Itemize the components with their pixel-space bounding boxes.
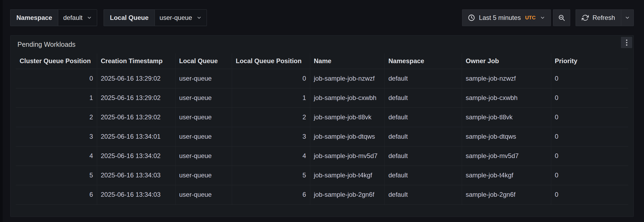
local-queue-select[interactable]: user-queue — [155, 9, 207, 26]
table-cell: user-queue — [175, 166, 232, 185]
panel-header: Pending Workloads — [10, 35, 634, 53]
chevron-down-icon — [625, 15, 630, 20]
local-queue-value: user-queue — [160, 14, 192, 22]
kebab-menu-icon — [626, 40, 627, 41]
chevron-down-icon — [87, 15, 92, 20]
pending-workloads-table: Cluster Queue PositionCreation Timestamp… — [16, 53, 628, 205]
column-header-local-queue-position[interactable]: Local Queue Position — [232, 53, 310, 69]
column-header-name[interactable]: Name — [310, 53, 385, 69]
table-cell: sample-job-cxwbh — [462, 88, 551, 108]
table-cell: default — [385, 69, 462, 88]
table-cell: user-queue — [175, 146, 232, 166]
table-cell: 0 — [551, 185, 628, 204]
sync-icon — [582, 14, 589, 21]
namespace-value: default — [63, 14, 82, 22]
window-edge — [0, 0, 3, 222]
zoom-out-button[interactable] — [553, 9, 570, 26]
table-cell: sample-job-mv5d7 — [462, 146, 551, 166]
table-cell: 5 — [16, 166, 97, 185]
table-cell: sample-job-nzwzf — [462, 69, 551, 88]
table-cell: 5 — [232, 166, 310, 185]
table-row: 32025-06-16 13:34:01user-queue3job-sampl… — [16, 127, 628, 146]
toolbar: Namespace default Local Queue user-queue… — [10, 9, 634, 26]
table-cell: job-sample-job-nzwzf — [310, 69, 385, 88]
table-cell: user-queue — [175, 88, 232, 108]
panel-menu-button[interactable] — [621, 37, 632, 48]
table-cell: 0 — [551, 108, 628, 127]
table-cell: 2025-06-16 13:34:03 — [97, 185, 175, 204]
table-row: 22025-06-16 13:29:02user-queue2job-sampl… — [16, 108, 628, 127]
table-cell: default — [385, 88, 462, 108]
table-row: 42025-06-16 13:34:02user-queue4job-sampl… — [16, 146, 628, 166]
table-cell: 2025-06-16 13:34:03 — [97, 166, 175, 185]
table-cell: user-queue — [175, 185, 232, 204]
table-cell: default — [385, 166, 462, 185]
table-cell: 2 — [16, 108, 97, 127]
table-cell: user-queue — [175, 69, 232, 88]
table-cell: default — [385, 185, 462, 204]
panel-title[interactable]: Pending Workloads — [17, 41, 75, 48]
table-cell: 2025-06-16 13:29:02 — [97, 69, 175, 88]
table-cell: 0 — [551, 127, 628, 146]
column-header-priority[interactable]: Priority — [551, 53, 628, 69]
time-range-label: Last 5 minutes — [479, 14, 521, 22]
table-cell: sample-job-tl8vk — [462, 108, 551, 127]
table-cell: 6 — [16, 185, 97, 204]
table-cell: 3 — [16, 127, 97, 146]
table-cell: 0 — [232, 69, 310, 88]
table-row: 02025-06-16 13:29:02user-queue0job-sampl… — [16, 69, 628, 88]
table-cell: user-queue — [175, 108, 232, 127]
table-cell: 2025-06-16 13:34:02 — [97, 146, 175, 166]
time-range-picker-button[interactable]: Last 5 minutes UTC — [462, 9, 551, 26]
table-cell: 0 — [551, 146, 628, 166]
namespace-select[interactable]: default — [58, 9, 97, 26]
table-row: 62025-06-16 13:34:03user-queue6job-sampl… — [16, 185, 628, 204]
table-cell: 2025-06-16 13:29:02 — [97, 108, 175, 127]
table-cell: 0 — [551, 166, 628, 185]
panel-pending-workloads: Pending Workloads Cluster Queue Position… — [10, 35, 634, 217]
timezone-label: UTC — [525, 15, 536, 21]
table-cell: sample-job-t4kgf — [462, 166, 551, 185]
refresh-control: Refresh — [576, 9, 634, 26]
table-cell: 2 — [232, 108, 310, 127]
table-cell: sample-job-2gn6f — [462, 185, 551, 204]
table-cell: 3 — [232, 127, 310, 146]
table-cell: 0 — [16, 69, 97, 88]
table-cell: 0 — [551, 88, 628, 108]
local-queue-label: Local Queue — [104, 9, 154, 26]
column-header-namespace[interactable]: Namespace — [385, 53, 462, 69]
table-cell: job-sample-job-2gn6f — [310, 185, 385, 204]
local-queue-variable: Local Queue user-queue — [104, 9, 207, 26]
table-cell: user-queue — [175, 127, 232, 146]
table-cell: default — [385, 146, 462, 166]
chevron-down-icon — [540, 15, 545, 20]
table-cell: job-sample-job-dtqws — [310, 127, 385, 146]
table-cell: job-sample-job-cxwbh — [310, 88, 385, 108]
namespace-variable: Namespace default — [10, 9, 97, 26]
column-header-cluster-queue-position[interactable]: Cluster Queue Position — [16, 53, 97, 69]
column-header-owner-job[interactable]: Owner Job — [462, 53, 551, 69]
refresh-button[interactable]: Refresh — [576, 9, 621, 26]
table-cell: job-sample-job-t4kgf — [310, 166, 385, 185]
table-cell: job-sample-job-tl8vk — [310, 108, 385, 127]
table-cell: default — [385, 108, 462, 127]
column-header-creation-timestamp[interactable]: Creation Timestamp — [97, 53, 175, 69]
table-body: 02025-06-16 13:29:02user-queue0job-sampl… — [16, 69, 628, 204]
table-cell: job-sample-job-mv5d7 — [310, 146, 385, 166]
table-header-row: Cluster Queue PositionCreation Timestamp… — [16, 53, 628, 69]
table-cell: 4 — [232, 146, 310, 166]
column-header-local-queue[interactable]: Local Queue — [175, 53, 232, 69]
clock-icon — [468, 14, 475, 22]
table-wrapper: Cluster Queue PositionCreation Timestamp… — [10, 53, 634, 205]
table-cell: sample-job-dtqws — [462, 127, 551, 146]
table-cell: 1 — [16, 88, 97, 108]
table-row: 52025-06-16 13:34:03user-queue5job-sampl… — [16, 166, 628, 185]
refresh-interval-dropdown-button[interactable] — [621, 9, 634, 26]
namespace-label: Namespace — [10, 9, 58, 26]
chevron-down-icon — [196, 15, 202, 20]
table-cell: 4 — [16, 146, 97, 166]
table-row: 12025-06-16 13:29:02user-queue1job-sampl… — [16, 88, 628, 108]
table-cell: 1 — [232, 88, 310, 108]
table-cell: 6 — [232, 185, 310, 204]
table-cell: 0 — [551, 69, 628, 88]
